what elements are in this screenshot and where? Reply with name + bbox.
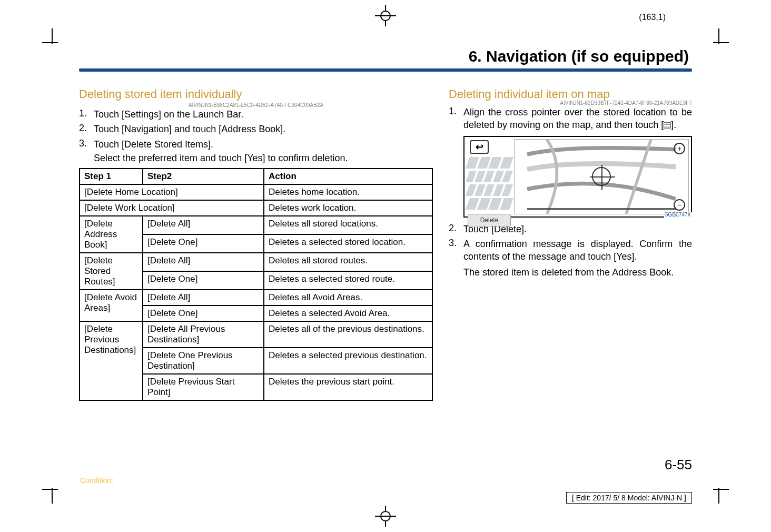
left-uid: AIVINJN1-B68C2A81-E5C0-4DB2-A740-FC904C0… — [79, 102, 433, 108]
table-head: Step2 — [143, 169, 264, 184]
table-cell: Deletes a selected stored route. — [264, 271, 432, 290]
step-number: 2. — [449, 223, 463, 235]
table-cell: [Delete Avoid Areas] — [80, 290, 143, 321]
step-text: Touch [Navigation] and touch [Address Bo… — [94, 123, 433, 135]
step-number: 3. — [449, 238, 463, 263]
left-substep-text: Select the preferred item and touch [Yes… — [94, 153, 433, 164]
back-arrow-icon: ↩ — [470, 140, 489, 154]
map-button-icon — [664, 122, 671, 129]
right-step-list: 1. Align the cross pointer over the stor… — [449, 106, 692, 132]
crop-corner — [713, 489, 729, 490]
crop-corner — [42, 489, 58, 490]
delete-items-table: Step 1 Step2 Action [Delete Home Locatio… — [79, 168, 433, 401]
condition-label: Condition: — [80, 476, 113, 485]
page-number: 6-55 — [665, 457, 692, 473]
right-step-list-cont: 2.Touch [Delete]. 3.A confirmation messa… — [449, 223, 692, 263]
crop-corner — [42, 42, 58, 43]
zoom-out-icon: − — [674, 199, 685, 211]
table-cell: Deletes all stored routes. — [264, 253, 432, 271]
step-number: 1. — [79, 108, 94, 121]
step-number: 2. — [79, 123, 94, 135]
table-cell: [Delete One] — [143, 306, 264, 321]
crop-corner — [52, 488, 53, 504]
map-delete-button: Delete — [468, 214, 511, 226]
step-number: 1. — [449, 106, 463, 132]
table-cell: [Delete Home Location] — [80, 184, 264, 200]
step-text: A confirmation message is displayed. Con… — [463, 238, 692, 263]
left-step-list: 1.Touch [Settings] on the Launch Bar. 2.… — [79, 108, 433, 151]
step-text: Touch [Delete Stored Items]. — [94, 138, 433, 151]
table-cell: [Delete Previous Destinations] — [80, 321, 143, 400]
table-cell: [Delete One Previous Destination] — [143, 348, 264, 374]
map-area: + − — [514, 139, 689, 214]
table-cell: Deletes a selected stored location. — [264, 234, 432, 253]
table-cell: Deletes home location. — [264, 184, 432, 200]
table-cell: Deletes a selected previous destination. — [264, 348, 432, 374]
title-rule — [79, 68, 692, 72]
table-head: Step 1 — [80, 169, 143, 184]
table-cell: [Delete All] — [143, 253, 264, 271]
step-subnote: The stored item is deleted from the Addr… — [463, 266, 692, 279]
table-cell: Deletes all Avoid Areas. — [264, 290, 432, 306]
right-subhead: Deleting individual item on map — [449, 87, 692, 101]
step-number: 3. — [79, 138, 94, 151]
table-cell: Deletes all stored locations. — [264, 216, 432, 234]
step-text-part: ]. — [671, 120, 676, 130]
table-cell: [Delete Previous Start Point] — [143, 374, 264, 400]
table-cell: [Delete Work Location] — [80, 200, 264, 216]
edit-stamp: [ Edit: 2017/ 5/ 8 Model: AIVINJ-N ] — [566, 492, 692, 504]
figure-id: 5GB0747X — [664, 212, 692, 218]
table-cell: [Delete One] — [143, 234, 264, 253]
table-cell: [Delete Address Book] — [80, 216, 143, 253]
table-cell: [Delete All] — [143, 290, 264, 306]
table-cell: [Delete Stored Routes] — [80, 253, 143, 290]
map-sidebar: Delete — [468, 157, 511, 214]
table-cell: Deletes the previous start point. — [264, 374, 432, 400]
table-head: Action — [264, 169, 432, 184]
crop-corner — [713, 42, 729, 43]
crop-corner — [718, 488, 719, 504]
table-cell: Deletes all of the previous destinations… — [264, 321, 432, 348]
table-cell: [Delete One] — [143, 271, 264, 290]
cross-pointer-icon — [592, 167, 611, 186]
crop-mark-top — [375, 5, 396, 26]
step-text: Touch [Settings] on the Launch Bar. — [94, 108, 433, 121]
table-cell: [Delete All] — [143, 216, 264, 234]
left-subhead: Deleting stored item individually — [79, 87, 433, 101]
crop-mark-bottom — [375, 506, 396, 527]
table-cell: [Delete All Previous Destinations] — [143, 321, 264, 348]
step-text-part: Align the cross pointer over the stored … — [463, 107, 692, 130]
table-cell: Deletes a selected Avoid Area. — [264, 306, 432, 321]
chapter-title: 6. Navigation (if so equipped) — [79, 47, 692, 68]
top-page-marker: (163,1) — [639, 13, 666, 22]
table-cell: Deletes work location. — [264, 200, 432, 216]
map-figure: ↩ Delete — [463, 136, 692, 218]
step-text: Align the cross pointer over the stored … — [463, 106, 692, 132]
zoom-in-icon: + — [674, 143, 685, 154]
